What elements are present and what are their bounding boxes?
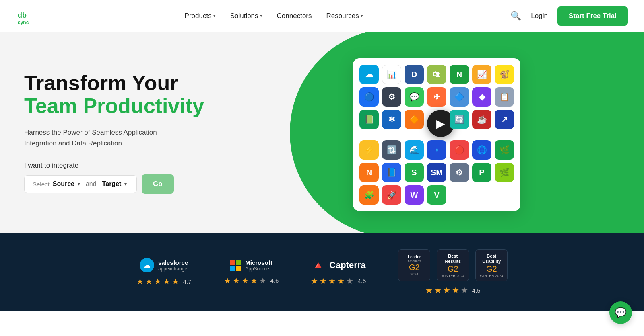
icon-cell: N [359,163,379,182]
icon-cell: V [427,185,446,205]
icon-cell: 🌐 [472,140,491,160]
icon-cell: ↗ [495,110,514,129]
capterra-score: 4.5 [357,277,366,284]
icon-cell: N [450,65,469,84]
g2-score: 4.5 [472,287,481,294]
icon-cell: ⚡ [359,140,379,160]
capterra-logo: 🔺 Capterra [311,259,365,272]
integration-icons-grid: ☁📊D🛍N📈🐒🔵⚙💬✈🔷◆📋📗❄🔶▶🔄☕↗⚡🔃🌊🔹🔴🌐🌿N📘SSM⚙P🌿🧩🚀WV [353,58,520,211]
g2-badges-group: Leader Americas G2 2024 Best Results G2 … [398,249,508,295]
hero-section: Transform Your Team Productivity Harness… [0,32,644,233]
and-label: and [86,180,97,188]
salesforce-cloud-icon: ☁ [140,258,154,272]
icon-grid: ☁📊D🛍N📈🐒🔵⚙💬✈🔷◆📋📗❄🔶▶🔄☕↗⚡🔃🌊🔹🔴🌐🌿N📘SSM⚙P🌿🧩🚀WV [359,65,514,205]
g2-badges: Leader Americas G2 2024 Best Results G2 … [398,249,508,281]
go-button[interactable]: Go [142,174,174,194]
icon-cell: ☁ [359,65,379,84]
nav-solutions[interactable]: Solutions ▾ [230,12,262,20]
capterra-icon: 🔺 [311,259,325,272]
icon-cell: 📊 [382,65,401,84]
icon-cell: P [472,163,491,182]
products-chevron-icon: ▾ [213,13,216,18]
icon-cell: 🔵 [359,87,379,107]
microsoft-logo: Microsoft AppSource [230,259,272,272]
source-target-selector[interactable]: Select Source ▾ and Target ▾ [24,175,137,193]
icon-cell: ⚙ [382,87,401,107]
nav-right: 🔍 Login Start Free Trial [510,6,628,26]
nav-connectors[interactable]: Connectors [277,12,312,20]
nav-links: Products ▾ Solutions ▾ Connectors Resour… [185,12,363,20]
icon-cell: 🌿 [495,163,514,182]
ratings-bar: ☁ salesforce appexchange ★ ★ ★ ★ ★ 4.7 M… [0,233,644,311]
icon-cell: 🔶 [405,110,424,129]
target-label: Target [102,180,122,188]
microsoft-rating: Microsoft AppSource ★ ★ ★ ★ ★ 4.6 [224,259,279,285]
chat-button[interactable]: 💬 [609,301,632,324]
icon-cell: ✈ [427,87,446,107]
solutions-label: Solutions [230,12,258,20]
icon-cell: ◆ [472,87,491,107]
microsoft-name: Microsoft [245,259,272,266]
icon-cell: ⚙ [450,163,469,182]
g2-best-usability-badge: Best Usability G2 WINTER 2024 [475,249,508,281]
appexchange-label: appexchange [158,266,188,272]
solutions-chevron-icon: ▾ [260,13,262,18]
icon-cell: 🔹 [427,140,446,160]
hero-title-line2: Team Productivity [24,94,217,117]
icon-cell: 📈 [472,65,491,84]
icon-cell: 🚀 [382,185,401,205]
search-icon[interactable]: 🔍 [510,11,521,21]
icon-cell: 🔷 [450,87,469,107]
select-label: Select [33,181,50,188]
icon-cell: D [405,65,424,84]
icon-cell: S [405,163,424,182]
icon-cell: 🌊 [405,140,424,160]
connectors-label: Connectors [277,12,312,20]
salesforce-stars: ★ ★ ★ ★ ★ 4.7 [136,277,192,286]
microsoft-stars: ★ ★ ★ ★ ★ 4.6 [224,276,279,285]
salesforce-name: salesforce [158,259,188,266]
salesforce-logo: ☁ salesforce appexchange [140,258,188,272]
icon-cell: 🔴 [450,140,469,160]
icon-cell: 🔃 [382,140,401,160]
start-trial-button[interactable]: Start Free Trial [557,6,628,26]
icon-cell: 🔄 [450,110,469,129]
icon-cell: W [405,185,424,205]
icon-cell: ❄ [382,110,401,129]
g2-stars: ★ ★ ★ ★ ★ 4.5 [425,285,481,295]
source-label: Source [53,180,74,188]
hero-left: Transform Your Team Productivity Harness… [0,32,242,233]
nav-resources[interactable]: Resources ▾ [326,12,363,20]
icon-cell: 🐒 [495,65,514,84]
nav-products[interactable]: Products ▾ [185,12,216,20]
capterra-rating: 🔺 Capterra ★ ★ ★ ★ ★ 4.5 [311,259,366,286]
resources-label: Resources [326,12,359,20]
icon-cell: 📘 [382,163,401,182]
g2-best-results-badge: Best Results G2 WINTER 2024 [437,249,469,281]
microsoft-score: 4.6 [270,277,279,284]
source-arrow-icon: ▾ [78,181,80,187]
capterra-stars: ★ ★ ★ ★ ★ 4.5 [311,276,366,286]
integration-selector-row: Select Source ▾ and Target ▾ Go [24,174,217,194]
icon-cell: 🧩 [359,185,379,205]
target-arrow-icon: ▾ [124,181,127,187]
salesforce-rating: ☁ salesforce appexchange ★ ★ ★ ★ ★ 4.7 [136,258,192,286]
integrate-label: I want to integrate [24,162,217,170]
icon-cell: 📗 [359,110,379,129]
salesforce-score: 4.7 [183,278,192,285]
svg-text:sync: sync [18,20,29,25]
g2-leader-badge: Leader Americas G2 2024 [398,249,430,281]
resources-chevron-icon: ▾ [361,13,363,18]
icon-cell: SM [427,163,446,182]
hero-subtitle: Harness the Power of Seamless Applicatio… [24,127,185,149]
microsoft-logo-icon [230,260,241,271]
hero-right: ☁📊D🛍N📈🐒🔵⚙💬✈🔷◆📋📗❄🔶▶🔄☕↗⚡🔃🌊🔹🔴🌐🌿N📘SSM⚙P🌿🧩🚀WV [242,32,644,233]
navbar: db sync Products ▾ Solutions ▾ Connector… [0,0,644,32]
logo[interactable]: db sync [16,6,37,27]
svg-text:db: db [18,11,27,19]
icon-cell: 📋 [495,87,514,107]
login-button[interactable]: Login [531,12,548,20]
icon-cell: 🛍 [427,65,446,84]
icon-cell: 🌿 [495,140,514,160]
icon-cell: ☕ [472,110,491,129]
